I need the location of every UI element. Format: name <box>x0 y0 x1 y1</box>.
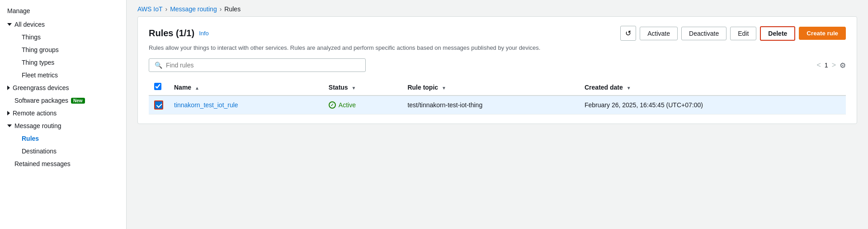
rules-title-area: Rules (1/1) Info <box>149 28 209 38</box>
sidebar-all-devices-label: All devices <box>14 21 45 28</box>
sidebar-item-software-packages[interactable]: Software packages New <box>0 94 126 107</box>
sidebar-item-destinations[interactable]: Destinations <box>0 145 126 157</box>
retained-messages-label: Retained messages <box>14 160 71 167</box>
created-date-sort-icon[interactable]: ▼ <box>627 86 631 91</box>
rule-name-link[interactable]: tinnakorn_test_iot_rule <box>174 101 238 109</box>
breadcrumb-aws-iot[interactable]: AWS IoT <box>137 5 163 13</box>
sidebar-item-rules[interactable]: Rules <box>0 132 126 145</box>
action-buttons: ↺ Activate Deactivate Edit Delete Create… <box>620 26 846 41</box>
rules-sidebar-label: Rules <box>22 135 39 142</box>
rules-title: Rules (1/1) <box>149 28 194 38</box>
main-content: AWS IoT › Message routing › Rules Rules … <box>127 0 868 229</box>
table-row: tinnakorn_test_iot_rule Active test/tinn… <box>149 95 846 114</box>
col-rule-topic: Rule topic ▼ <box>402 79 579 95</box>
search-box: 🔍 <box>149 58 366 72</box>
sidebar-remote-actions-label: Remote actions <box>13 110 57 117</box>
prev-page-button[interactable]: < <box>817 61 821 69</box>
fleet-metrics-label: Fleet metrics <box>22 72 58 79</box>
created-date-value: February 26, 2025, 16:45:45 (UTC+07:00) <box>585 101 703 109</box>
sidebar-greengrass-label: Greengrass devices <box>13 84 69 91</box>
status-active-icon <box>329 101 336 109</box>
col-name-label: Name <box>174 84 191 91</box>
sidebar-item-things[interactable]: Things <box>0 31 126 43</box>
breadcrumb-current: Rules <box>224 5 241 13</box>
sidebar-item-thing-types[interactable]: Thing types <box>0 56 126 69</box>
table-body: tinnakorn_test_iot_rule Active test/tinn… <box>149 95 846 114</box>
rules-header: Rules (1/1) Info ↺ Activate Deactivate E… <box>149 26 846 41</box>
info-link[interactable]: Info <box>199 30 209 37</box>
table-header-row: Name ▲ Status ▼ Rule topic ▼ Created dat… <box>149 79 846 95</box>
col-created-date-label: Created date <box>585 84 623 91</box>
header-checkbox-cell <box>149 79 169 95</box>
search-icon: 🔍 <box>155 62 162 69</box>
status-active: Active <box>329 101 397 109</box>
breadcrumb: AWS IoT › Message routing › Rules <box>127 0 868 16</box>
row-checkbox[interactable] <box>154 100 163 110</box>
remote-actions-arrow-icon <box>7 111 10 115</box>
pagination-area: < 1 > ⚙ <box>817 61 846 70</box>
sidebar-all-devices-group[interactable]: All devices <box>0 18 126 31</box>
rules-description: Rules allow your things to interact with… <box>149 44 846 51</box>
row-date-cell: February 26, 2025, 16:45:45 (UTC+07:00) <box>579 95 846 114</box>
refresh-icon: ↺ <box>625 29 631 37</box>
deactivate-button[interactable]: Deactivate <box>681 27 726 40</box>
all-devices-arrow-icon <box>7 23 12 26</box>
content-card: Rules (1/1) Info ↺ Activate Deactivate E… <box>137 16 857 124</box>
thing-groups-label: Thing groups <box>22 46 59 53</box>
activate-button[interactable]: Activate <box>640 27 678 40</box>
status-sort-icon[interactable]: ▼ <box>352 86 356 91</box>
col-created-date: Created date ▼ <box>579 79 846 95</box>
rules-count: (1/1) <box>176 28 194 38</box>
col-status-label: Status <box>329 84 348 91</box>
create-rule-button[interactable]: Create rule <box>799 27 846 40</box>
things-label: Things <box>22 33 41 41</box>
sidebar-remote-actions-group[interactable]: Remote actions <box>0 107 126 119</box>
thing-types-label: Thing types <box>22 59 54 66</box>
sidebar-message-routing-label: Message routing <box>14 122 61 129</box>
name-sort-icon[interactable]: ▲ <box>195 86 199 91</box>
sidebar-item-retained-messages[interactable]: Retained messages <box>0 157 126 170</box>
sidebar-message-routing-group[interactable]: Message routing <box>0 119 126 132</box>
message-routing-arrow-icon <box>7 124 12 127</box>
col-name: Name ▲ <box>169 79 323 95</box>
row-topic-cell: test/tinnakorn-test-iot-thing <box>402 95 579 114</box>
sidebar-item-fleet-metrics[interactable]: Fleet metrics <box>0 69 126 81</box>
greengrass-arrow-icon <box>7 86 10 90</box>
delete-button[interactable]: Delete <box>760 26 795 41</box>
table-header: Name ▲ Status ▼ Rule topic ▼ Created dat… <box>149 79 846 95</box>
status-active-label: Active <box>339 101 356 109</box>
row-name-cell: tinnakorn_test_iot_rule <box>169 95 323 114</box>
rule-topic-sort-icon[interactable]: ▼ <box>442 86 446 91</box>
software-packages-label: Software packages <box>14 97 68 104</box>
sidebar-greengrass-group[interactable]: Greengrass devices <box>0 81 126 94</box>
breadcrumb-sep-2: › <box>220 5 222 13</box>
rules-title-text: Rules <box>149 28 173 38</box>
col-status: Status ▼ <box>323 79 402 95</box>
edit-button[interactable]: Edit <box>730 27 756 40</box>
breadcrumb-sep-1: › <box>165 5 168 13</box>
rules-table: Name ▲ Status ▼ Rule topic ▼ Created dat… <box>149 79 846 114</box>
refresh-button[interactable]: ↺ <box>620 26 636 41</box>
rule-topic-value: test/tinnakorn-test-iot-thing <box>407 101 482 109</box>
col-rule-topic-label: Rule topic <box>407 84 438 91</box>
search-input[interactable] <box>166 62 360 69</box>
new-badge: New <box>71 98 85 104</box>
row-status-cell: Active <box>323 95 402 114</box>
breadcrumb-message-routing[interactable]: Message routing <box>170 5 217 13</box>
table-settings-icon[interactable]: ⚙ <box>840 61 846 70</box>
row-checkbox-cell <box>149 95 169 114</box>
sidebar-manage-label: Manage <box>0 4 126 18</box>
page-number: 1 <box>825 62 828 69</box>
select-all-checkbox[interactable] <box>154 83 161 90</box>
sidebar-item-thing-groups[interactable]: Thing groups <box>0 43 126 56</box>
destinations-label: Destinations <box>22 148 57 155</box>
sidebar: Manage All devices Things Thing groups T… <box>0 0 127 229</box>
next-page-button[interactable]: > <box>832 61 836 69</box>
search-area: 🔍 < 1 > ⚙ <box>149 58 846 72</box>
